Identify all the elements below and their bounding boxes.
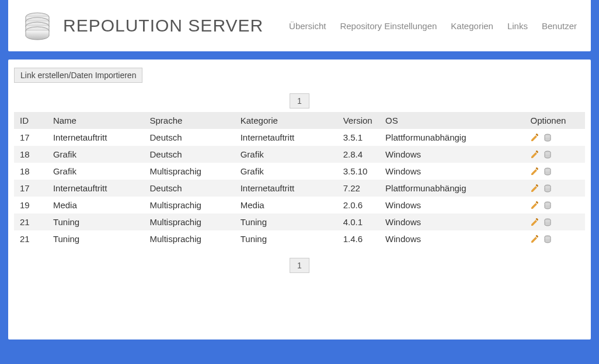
table-row: 18GrafikDeutschGrafik2.8.4Windows — [14, 146, 585, 163]
nav-link-users[interactable]: Benutzer — [542, 21, 577, 31]
cell-kategorie: Grafik — [235, 163, 337, 180]
col-header-optionen: Optionen — [524, 112, 585, 129]
cell-version: 7.22 — [337, 180, 379, 197]
database-icon[interactable] — [543, 201, 552, 210]
cell-sprache: Deutsch — [144, 146, 234, 163]
table-row: 21TuningMultisprachigTuning1.4.6Windows — [14, 230, 585, 247]
cell-id: 18 — [14, 163, 47, 180]
cell-os: Windows — [379, 197, 524, 214]
cell-id: 21 — [14, 214, 47, 230]
cell-kategorie: Tuning — [235, 230, 337, 247]
cell-os: Windows — [379, 146, 524, 163]
col-header-id[interactable]: ID — [14, 112, 47, 129]
table-header-row: ID Name Sprache Kategorie Version OS Opt… — [14, 112, 585, 129]
header: REPOLUTiON SERVER Übersicht Repository E… — [8, 0, 591, 51]
cell-kategorie: Tuning — [235, 214, 337, 230]
cell-optionen — [524, 129, 585, 146]
main-nav: Übersicht Repository Einstellungen Kateg… — [289, 21, 577, 31]
app-title: REPOLUTiON SERVER — [63, 16, 263, 36]
cell-name: Tuning — [47, 230, 144, 247]
cell-name: Grafik — [47, 163, 144, 180]
cell-name: Media — [47, 197, 144, 214]
cell-optionen — [524, 197, 585, 214]
cell-os: Windows — [379, 163, 524, 180]
edit-icon[interactable] — [530, 218, 539, 227]
cell-version: 4.0.1 — [337, 214, 379, 230]
cell-os: Plattformunabhängig — [379, 180, 524, 197]
cell-name: Internetauftritt — [47, 180, 144, 197]
cell-os: Windows — [379, 230, 524, 247]
cell-optionen — [524, 230, 585, 247]
pager-top: 1 — [14, 93, 585, 108]
table-row: 21TuningMultisprachigTuning4.0.1Windows — [14, 214, 585, 230]
cell-optionen — [524, 163, 585, 180]
cell-version: 3.5.1 — [337, 129, 379, 146]
col-header-name[interactable]: Name — [47, 112, 144, 129]
nav-link-repo-settings[interactable]: Repository Einstellungen — [340, 21, 437, 31]
cell-kategorie: Grafik — [235, 146, 337, 163]
col-header-kategorie[interactable]: Kategorie — [235, 112, 337, 129]
cell-id: 17 — [14, 129, 47, 146]
nav-link-overview[interactable]: Übersicht — [289, 21, 326, 31]
content-panel: Link erstellen/Daten Importieren 1 ID Na… — [8, 60, 591, 340]
cell-name: Grafik — [47, 146, 144, 163]
edit-icon[interactable] — [530, 150, 539, 159]
cell-sprache: Multisprachig — [144, 214, 234, 230]
edit-icon[interactable] — [530, 167, 539, 176]
edit-icon[interactable] — [530, 184, 539, 193]
cell-optionen — [524, 180, 585, 197]
col-header-os[interactable]: OS — [379, 112, 524, 129]
cell-sprache: Deutsch — [144, 180, 234, 197]
cell-version: 2.0.6 — [337, 197, 379, 214]
pager-page-1-bottom[interactable]: 1 — [290, 258, 309, 273]
database-icon[interactable] — [543, 218, 552, 227]
cell-name: Tuning — [47, 214, 144, 230]
brand: REPOLUTiON SERVER — [22, 10, 263, 41]
cell-sprache: Multisprachig — [144, 230, 234, 247]
cell-kategorie: Internetauftritt — [235, 129, 337, 146]
cell-kategorie: Internetauftritt — [235, 180, 337, 197]
cell-name: Internetauftritt — [47, 129, 144, 146]
table-row: 17InternetauftrittDeutschInternetauftrit… — [14, 180, 585, 197]
edit-icon[interactable] — [530, 201, 539, 210]
cell-sprache: Multisprachig — [144, 163, 234, 180]
col-header-sprache[interactable]: Sprache — [144, 112, 234, 129]
cell-optionen — [524, 146, 585, 163]
database-icon[interactable] — [543, 184, 552, 193]
cell-id: 19 — [14, 197, 47, 214]
cell-sprache: Multisprachig — [144, 197, 234, 214]
pager-page-1[interactable]: 1 — [290, 93, 309, 108]
cell-os: Windows — [379, 214, 524, 230]
cell-kategorie: Media — [235, 197, 337, 214]
cell-os: Plattformunabhängig — [379, 129, 524, 146]
cell-id: 18 — [14, 146, 47, 163]
cell-sprache: Deutsch — [144, 129, 234, 146]
create-link-button[interactable]: Link erstellen/Daten Importieren — [14, 68, 142, 83]
database-icon[interactable] — [543, 150, 552, 159]
cell-version: 1.4.6 — [337, 230, 379, 247]
table-row: 17InternetauftrittDeutschInternetauftrit… — [14, 129, 585, 146]
cell-optionen — [524, 214, 585, 230]
database-icon[interactable] — [543, 167, 552, 176]
database-stack-icon — [22, 10, 53, 41]
database-icon[interactable] — [543, 133, 552, 142]
nav-link-categories[interactable]: Kategorien — [451, 21, 493, 31]
col-header-version[interactable]: Version — [337, 112, 379, 129]
links-table: ID Name Sprache Kategorie Version OS Opt… — [14, 112, 585, 247]
cell-version: 2.8.4 — [337, 146, 379, 163]
table-row: 19MediaMultisprachigMedia2.0.6Windows — [14, 197, 585, 214]
cell-id: 21 — [14, 230, 47, 247]
edit-icon[interactable] — [530, 235, 539, 244]
database-icon[interactable] — [543, 235, 552, 244]
pager-bottom: 1 — [14, 258, 585, 273]
edit-icon[interactable] — [530, 133, 539, 142]
cell-id: 17 — [14, 180, 47, 197]
cell-version: 3.5.10 — [337, 163, 379, 180]
nav-link-links[interactable]: Links — [507, 21, 528, 31]
table-row: 18GrafikMultisprachigGrafik3.5.10Windows — [14, 163, 585, 180]
